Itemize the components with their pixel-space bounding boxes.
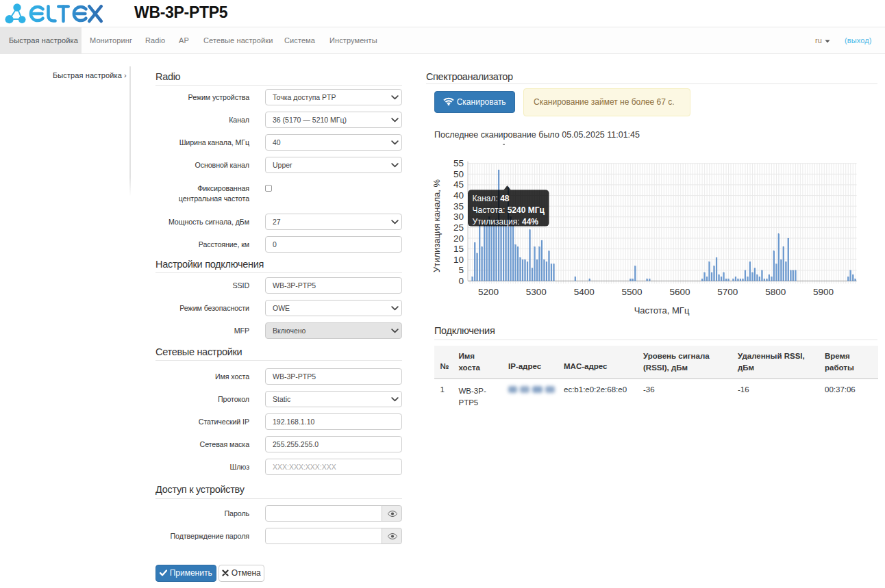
svg-text:5200: 5200	[478, 287, 499, 297]
svg-text:5900: 5900	[813, 287, 834, 297]
svg-text:5600: 5600	[669, 287, 690, 297]
svg-text:5700: 5700	[717, 287, 738, 297]
svg-text:5: 5	[458, 265, 464, 275]
svg-text:50: 50	[453, 169, 464, 179]
svg-text:Утилизация: 44%: Утилизация: 44%	[473, 217, 539, 227]
svg-text:15: 15	[453, 244, 464, 254]
svg-text:5500: 5500	[621, 287, 642, 297]
svg-text:35: 35	[453, 201, 464, 212]
svg-text:5400: 5400	[574, 287, 595, 297]
svg-text:55: 55	[453, 158, 464, 168]
svg-text:Частота, МГц: Частота, МГц	[634, 305, 690, 316]
svg-text:25: 25	[453, 222, 464, 233]
svg-text:0: 0	[458, 276, 464, 286]
svg-text:10: 10	[453, 255, 464, 265]
svg-text:30: 30	[453, 212, 464, 222]
svg-text:40: 40	[453, 190, 464, 201]
svg-text:5800: 5800	[765, 287, 786, 297]
svg-text:Канал: 48: Канал: 48	[473, 194, 510, 203]
svg-text:Утилизация канала, %: Утилизация канала, %	[432, 179, 442, 273]
svg-text:45: 45	[453, 179, 464, 190]
svg-text:Частота: 5240 МГц: Частота: 5240 МГц	[473, 205, 545, 215]
svg-text:5300: 5300	[526, 287, 547, 297]
svg-text:20: 20	[453, 233, 464, 244]
